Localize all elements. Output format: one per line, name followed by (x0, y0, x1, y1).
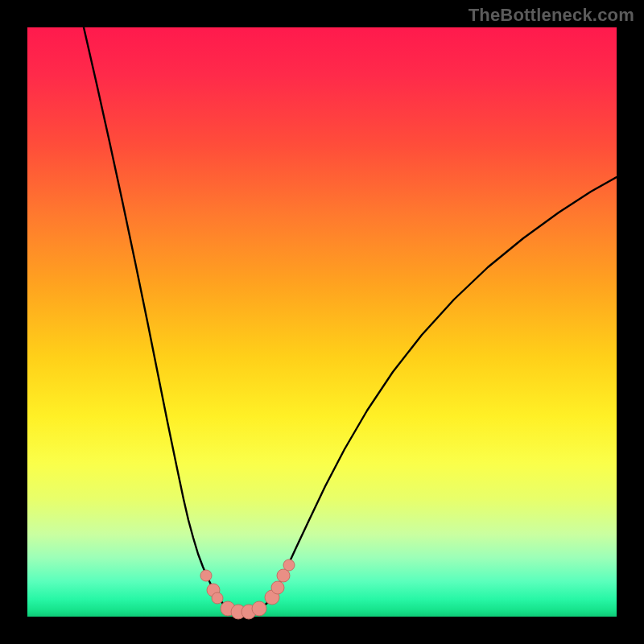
data-marker (271, 581, 284, 594)
data-marker (252, 601, 266, 616)
data-marker (200, 570, 212, 581)
watermark-text: TheBottleneck.com (469, 5, 634, 26)
plot-area (27, 27, 617, 617)
data-markers (200, 559, 295, 619)
bottleneck-curve (27, 27, 617, 617)
chart-frame: TheBottleneck.com (0, 0, 644, 644)
curve-path (84, 27, 617, 611)
data-marker (277, 569, 290, 582)
data-marker (283, 559, 295, 571)
data-marker (212, 592, 223, 604)
